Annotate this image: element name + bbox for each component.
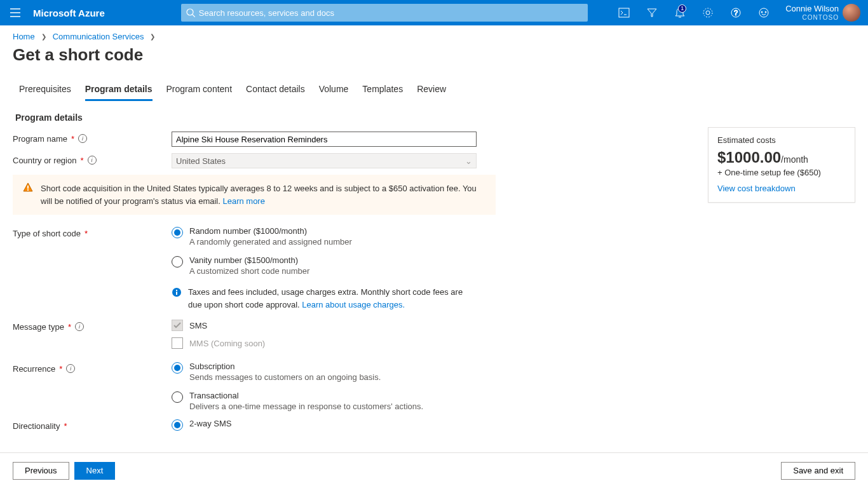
svg-rect-21 [176,290,177,291]
svg-point-13 [759,8,768,17]
message-type-label: Message type [13,322,64,332]
radio-vanity-number[interactable]: Vanity number ($1500/month) A customized… [172,255,477,276]
radio-desc: A customized short code number [189,266,309,276]
radio-two-way-sms[interactable]: 2-way SMS [172,419,477,431]
search-icon [186,8,195,17]
radio-desc: Sends messages to customers on an ongoin… [189,372,381,382]
tab-contact-details[interactable]: Contact details [246,84,305,101]
required-indicator: * [68,322,71,332]
chevron-right-icon: ❯ [41,33,46,40]
svg-rect-17 [27,186,29,189]
program-name-input[interactable] [172,132,477,147]
info-icon[interactable]: i [75,322,84,331]
country-value: United States [176,156,226,166]
top-bar: Microsoft Azure Search resources, servic… [0,0,868,25]
svg-rect-5 [619,8,629,17]
required-indicator: * [71,134,74,144]
checkbox-mms: MMS (Coming soon) [172,337,477,349]
info-icon[interactable]: i [78,134,87,143]
radio-label: Vanity number ($1500/month) [189,255,309,265]
svg-text:?: ? [734,9,738,17]
svg-rect-20 [176,292,177,295]
costs-title: Estimated costs [717,135,846,145]
tabs: Prerequisites Program details Program co… [0,65,868,101]
svg-point-10 [703,8,712,17]
info-icon [172,287,182,297]
chevron-down-icon: ⌄ [465,156,472,166]
warning-icon [23,182,33,207]
tab-templates[interactable]: Templates [362,84,403,101]
checkbox-label: SMS [189,321,207,330]
radio-transactional[interactable]: Transactional Delivers a one-time messag… [172,391,477,411]
radio-label: 2-way SMS [189,419,231,428]
info-icon[interactable]: i [66,364,75,373]
svg-point-15 [765,11,766,13]
feedback-icon[interactable] [750,0,778,25]
required-indicator: * [85,229,88,238]
search-input[interactable]: Search resources, services and docs [181,4,588,22]
svg-marker-7 [648,9,656,17]
info-icon[interactable]: i [88,156,97,165]
user-name: Connie Wilson [785,4,839,14]
radio-label: Transactional [189,391,423,400]
radio-subscription[interactable]: Subscription Sends messages to customers… [172,362,477,382]
help-icon[interactable]: ? [722,0,750,25]
breadcrumb-comm-services[interactable]: Communication Services [53,32,144,41]
radio-label: Subscription [189,362,381,371]
svg-point-9 [706,11,710,15]
costs-breakdown-link[interactable]: View cost breakdown [717,184,846,193]
required-indicator: * [64,421,67,431]
tab-program-content[interactable]: Program content [166,84,233,101]
account-info[interactable]: Connie Wilson CONTOSO [778,4,843,22]
checkbox-icon [172,337,183,349]
settings-icon[interactable] [694,0,722,25]
tab-prerequisites[interactable]: Prerequisites [19,84,71,101]
type-info-link[interactable]: Learn about usage charges. [302,300,405,309]
costs-period: /month [781,154,808,165]
breadcrumb: Home ❯ Communication Services ❯ [13,32,855,41]
svg-point-14 [761,11,763,13]
checkbox-label: MMS (Coming soon) [189,339,265,348]
next-button[interactable]: Next [74,462,116,480]
breadcrumb-home[interactable]: Home [13,32,35,41]
radio-random-number[interactable]: Random number ($1000/month) A randomly g… [172,226,477,247]
tab-volume[interactable]: Volume [319,84,349,101]
program-name-label: Program name [13,134,67,144]
radio-icon [172,227,183,238]
radio-icon [172,419,183,431]
directionality-label: Directionality [13,421,60,431]
type-label: Type of short code [13,229,81,238]
checkbox-icon [172,320,183,331]
tenant-name: CONTOSO [785,14,839,22]
hamburger-button[interactable] [0,8,31,17]
save-and-exit-button[interactable]: Save and exit [781,462,855,480]
page-title: Get a short code [13,45,855,65]
country-select[interactable]: United States ⌄ [172,153,477,168]
costs-setup: + One-time setup fee ($650) [717,168,846,177]
costs-card: Estimated costs $1000.00/month + One-tim… [708,127,855,203]
radio-desc: Delivers a one-time message in response … [189,402,423,411]
alert-warning: Short code acquisition in the United Sta… [13,175,496,215]
radio-icon [172,256,183,268]
radio-label: Random number ($1000/month) [189,226,352,236]
notifications-icon[interactable]: 1 [666,0,694,25]
radio-icon [172,391,183,403]
avatar[interactable] [843,4,860,22]
recurrence-label: Recurrence [13,364,55,374]
tab-review[interactable]: Review [417,84,446,101]
previous-button[interactable]: Previous [13,462,69,480]
type-info: Taxes and fees included, usage charges e… [172,286,477,311]
svg-point-3 [187,9,193,15]
directory-filter-icon[interactable] [638,0,666,25]
cloud-shell-icon[interactable] [610,0,638,25]
search-placeholder: Search resources, services and docs [199,8,334,18]
tab-program-details[interactable]: Program details [85,84,153,101]
costs-price: $1000.00 [717,149,781,166]
radio-icon [172,362,183,374]
notification-count: 1 [678,4,686,13]
chevron-right-icon: ❯ [150,33,155,40]
alert-learn-more-link[interactable]: Learn more [222,196,264,206]
footer: Previous Next Save and exit [0,452,868,488]
radio-desc: A randomly generated and assigned number [189,237,352,247]
checkbox-sms: SMS [172,320,477,331]
